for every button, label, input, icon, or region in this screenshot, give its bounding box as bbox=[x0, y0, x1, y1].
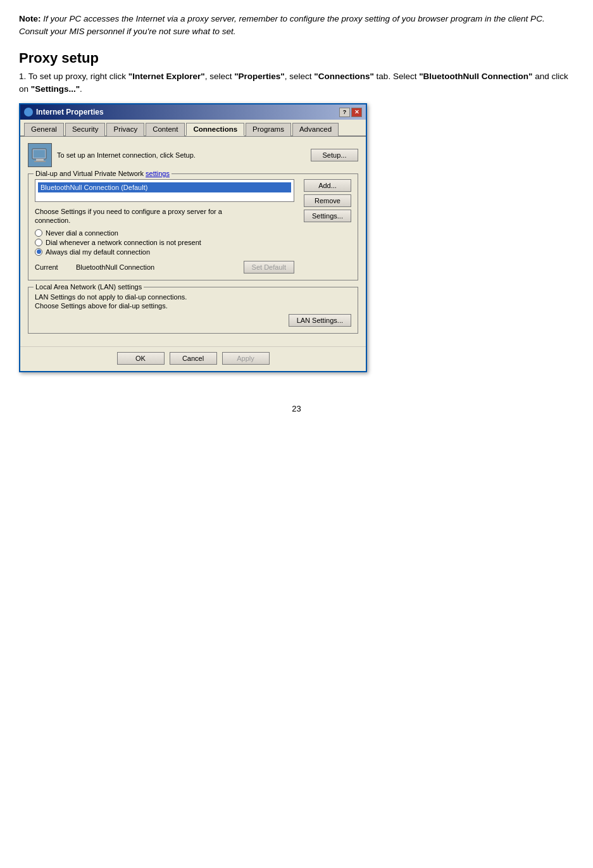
vpn-group-box: Dial-up and Virtual Private Network sett… bbox=[28, 173, 358, 280]
vpn-group-inner: BluetoothNull Connection (Default) Choos… bbox=[35, 179, 351, 274]
dialog-footer: OK Cancel Apply bbox=[20, 346, 366, 371]
intro-part4: tab. Select bbox=[374, 72, 419, 81]
connection-item[interactable]: BluetoothNull Connection (Default) bbox=[38, 182, 291, 192]
titlebar-left: Internet Properties bbox=[24, 108, 104, 116]
set-default-button[interactable]: Set Default bbox=[244, 261, 294, 274]
tab-general[interactable]: General bbox=[24, 123, 64, 136]
remove-button[interactable]: Remove bbox=[304, 194, 351, 207]
intro-part2: , select bbox=[205, 72, 235, 81]
current-row: Current BluetoothNull Connection Set Def… bbox=[35, 261, 294, 274]
radio-always-circle[interactable] bbox=[35, 248, 42, 256]
radio-whenever-circle[interactable] bbox=[35, 239, 42, 246]
proxy-intro: 1. To set up proxy, right click "Interne… bbox=[19, 70, 574, 96]
setup-icon bbox=[28, 143, 52, 167]
radio-group: Never dial a connection Dial whenever a … bbox=[35, 229, 294, 256]
intro-end: . bbox=[80, 84, 82, 94]
intro-ie: "Internet Explorer" bbox=[128, 72, 205, 81]
vpn-group-legend: Dial-up and Virtual Private Network sett… bbox=[34, 170, 172, 177]
radio-whenever-label: Dial whenever a network connection is no… bbox=[46, 239, 201, 246]
intro-part3: , select bbox=[285, 72, 315, 81]
lan-group-legend: Local Area Network (LAN) settings bbox=[34, 283, 144, 291]
titlebar-icon bbox=[24, 108, 33, 116]
add-button[interactable]: Add... bbox=[304, 179, 351, 192]
svg-rect-2 bbox=[36, 159, 44, 161]
setup-text: To set up an Internet connection, click … bbox=[57, 151, 306, 159]
dialog-titlebar: Internet Properties ? ✕ bbox=[20, 104, 366, 120]
current-value: BluetoothNull Connection bbox=[76, 263, 237, 271]
lan-text: LAN Settings do not apply to dial-up con… bbox=[35, 292, 351, 311]
tab-content[interactable]: Content bbox=[146, 123, 185, 136]
intro-conn: "Connections" bbox=[314, 72, 374, 81]
page-number: 23 bbox=[19, 404, 574, 413]
lan-settings-button[interactable]: LAN Settings... bbox=[289, 314, 351, 327]
tab-connections[interactable]: Connections bbox=[186, 123, 244, 136]
intro-part1: 1. To set up proxy, right click bbox=[19, 72, 128, 81]
choose-text: Choose Settings if you need to configure… bbox=[35, 207, 231, 225]
cancel-button[interactable]: Cancel bbox=[170, 352, 217, 365]
vpn-settings-link[interactable]: settings bbox=[146, 170, 170, 177]
ok-button[interactable]: OK bbox=[117, 352, 165, 365]
apply-button[interactable]: Apply bbox=[222, 352, 270, 365]
intro-settings: "Settings..." bbox=[31, 84, 80, 94]
lan-btn-row: LAN Settings... bbox=[35, 314, 351, 327]
radio-always[interactable]: Always dial my default connection bbox=[35, 248, 294, 256]
setup-button[interactable]: Setup... bbox=[311, 149, 358, 161]
svg-rect-3 bbox=[34, 161, 46, 162]
connection-list: BluetoothNull Connection (Default) bbox=[35, 179, 294, 202]
intro-props: "Properties" bbox=[234, 72, 285, 81]
radio-never[interactable]: Never dial a connection bbox=[35, 229, 294, 237]
setup-section: To set up an Internet connection, click … bbox=[28, 143, 358, 167]
tab-privacy[interactable]: Privacy bbox=[106, 123, 144, 136]
internet-properties-dialog: Internet Properties ? ✕ General Security… bbox=[19, 103, 367, 372]
vpn-buttons: Add... Remove Settings... bbox=[304, 179, 351, 222]
help-button[interactable]: ? bbox=[339, 108, 350, 117]
dialog-body: To set up an Internet connection, click … bbox=[20, 137, 366, 346]
dialog-tabs: General Security Privacy Content Connect… bbox=[20, 120, 366, 137]
settings-button[interactable]: Settings... bbox=[304, 210, 351, 222]
close-button[interactable]: ✕ bbox=[351, 108, 362, 117]
intro-bt: "BluetoothNull Connection" bbox=[419, 72, 532, 81]
current-label: Current bbox=[35, 263, 70, 271]
radio-never-label: Never dial a connection bbox=[46, 229, 118, 237]
tab-advanced[interactable]: Advanced bbox=[292, 123, 339, 136]
radio-always-label: Always dial my default connection bbox=[46, 248, 150, 256]
dialog-title: Internet Properties bbox=[36, 108, 104, 116]
note-label: Note: bbox=[19, 14, 41, 23]
titlebar-buttons: ? ✕ bbox=[339, 108, 362, 117]
svg-rect-1 bbox=[34, 150, 45, 158]
proxy-heading: Proxy setup bbox=[19, 50, 574, 66]
lan-group-box: Local Area Network (LAN) settings LAN Se… bbox=[28, 287, 358, 334]
tab-security[interactable]: Security bbox=[65, 123, 106, 136]
note-block: Note: If your PC accesses the Internet v… bbox=[19, 13, 574, 39]
radio-never-circle[interactable] bbox=[35, 229, 42, 237]
tab-programs[interactable]: Programs bbox=[246, 123, 291, 136]
radio-whenever[interactable]: Dial whenever a network connection is no… bbox=[35, 239, 294, 246]
note-text: If your PC accesses the Internet via a p… bbox=[19, 14, 545, 36]
